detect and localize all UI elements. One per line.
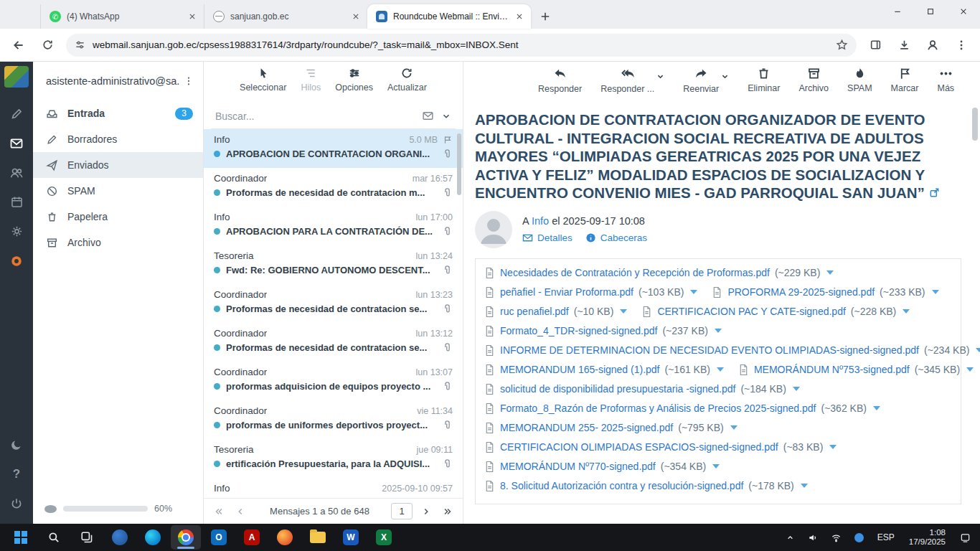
reply-all-dropdown-icon[interactable]: [656, 72, 664, 80]
attachment-menu-caret[interactable]: [932, 290, 939, 294]
attachment-menu-caret[interactable]: [730, 425, 738, 430]
tab-close-icon[interactable]: [350, 11, 362, 22]
folder-spam[interactable]: SPAM: [33, 178, 203, 204]
word-icon[interactable]: W: [336, 525, 366, 550]
select-button[interactable]: Seleccionar: [240, 67, 286, 103]
attachment-link[interactable]: MEMORÁNDUM Nº770-signed.pdf: [500, 461, 656, 472]
dark-mode-moon-icon[interactable]: [0, 430, 33, 459]
excel-icon[interactable]: X: [369, 525, 399, 550]
tab-sanjuan[interactable]: sanjuan.gob.ec: [204, 4, 367, 29]
more-button[interactable]: Más: [937, 67, 954, 103]
spam-button[interactable]: SPAM: [847, 67, 872, 103]
reload-button[interactable]: [37, 35, 57, 55]
flag-icon[interactable]: [443, 135, 453, 145]
start-button[interactable]: [6, 525, 36, 550]
attachment-link[interactable]: MEMORANDUM 255- 2025-signed.pdf: [500, 422, 673, 433]
attachment-menu-caret[interactable]: [976, 348, 980, 352]
attachment-menu-caret[interactable]: [873, 406, 880, 410]
attachment-menu-caret[interactable]: [717, 367, 724, 372]
scrollbar-thumb[interactable]: [457, 133, 461, 195]
search-input[interactable]: [215, 110, 416, 122]
attachment-link[interactable]: peñafiel - Enviar Proforma.pdf: [500, 286, 633, 298]
mail-icon[interactable]: [0, 128, 33, 158]
folder-papelera[interactable]: Papelera: [33, 204, 203, 230]
browser-menu-kebab-icon[interactable]: [951, 35, 971, 55]
side-panel-icon[interactable]: [865, 35, 885, 55]
new-tab-button[interactable]: [535, 6, 555, 27]
attachment-link[interactable]: PROFORMA 29-2025-signed.pdf: [727, 286, 875, 298]
attachment-menu-caret[interactable]: [793, 387, 800, 391]
contacts-icon[interactable]: [0, 158, 33, 187]
last-page-icon[interactable]: [440, 504, 456, 519]
attachment-link[interactable]: Formato_8_Razón de Proformas y Análisis …: [500, 402, 816, 414]
tray-volume-icon[interactable]: [804, 527, 823, 548]
pinned-app-icon[interactable]: [105, 525, 135, 550]
help-icon[interactable]: ?: [0, 459, 33, 489]
message-row[interactable]: Tesoreriajue 09:11 ertificación Presupue…: [204, 439, 463, 478]
tab-close-icon[interactable]: [514, 11, 525, 22]
attachment-menu-caret[interactable]: [801, 484, 808, 488]
forward-button[interactable]: Reenviar: [683, 67, 719, 94]
attachment-link[interactable]: CERTIFICACION OLIMPIADAS ESPACIOS-signed…: [500, 441, 778, 453]
message-row[interactable]: Coordinadorlun 13:23 Proformas de necesi…: [204, 284, 463, 323]
message-row[interactable]: Info 5.0 MB APROBACION DE CONTRATACION O…: [204, 129, 463, 168]
attachment-link[interactable]: MEMORANDUM 165-signed (1).pdf: [500, 364, 660, 375]
message-row[interactable]: Infolun 17:00 APROBACION PARA LA CONTRAT…: [204, 207, 463, 245]
archive-button[interactable]: Archivo: [798, 67, 829, 103]
refresh-button[interactable]: Actualizar: [387, 67, 427, 103]
options-button[interactable]: Opciones: [335, 67, 373, 103]
acrobat-icon[interactable]: A: [237, 525, 267, 550]
attachment-menu-caret[interactable]: [715, 329, 722, 333]
message-row[interactable]: Coordinadorlun 13:12 Proformas de necesi…: [204, 323, 463, 362]
tray-network-icon[interactable]: [827, 527, 846, 548]
task-view-icon[interactable]: [72, 525, 102, 550]
attachment-menu-caret[interactable]: [966, 367, 974, 372]
taskbar-clock[interactable]: 1:08 17/9/2025: [903, 528, 951, 547]
attachment-menu-caret[interactable]: [712, 464, 720, 468]
reply-all-button[interactable]: Responder ...: [600, 67, 654, 94]
downloads-icon[interactable]: [894, 35, 914, 55]
window-minimize-button[interactable]: [881, 0, 914, 23]
logout-power-icon[interactable]: [0, 489, 33, 518]
open-in-new-window-icon[interactable]: [929, 187, 940, 198]
tab-roundcube[interactable]: Roundcube Webmail :: Enviado: [367, 4, 531, 29]
attachment-menu-caret[interactable]: [690, 290, 697, 294]
window-maximize-button[interactable]: [914, 0, 947, 23]
site-settings-icon[interactable]: [75, 39, 85, 50]
attachment-link[interactable]: CERTIFICACION PAC Y CATE-signed.pdf: [657, 306, 845, 317]
threads-button[interactable]: Hilos: [301, 67, 321, 103]
attachment-link[interactable]: MEMORÁNDUM Nº753-signed.pdf: [754, 364, 910, 375]
account-menu-kebab-icon[interactable]: [180, 72, 197, 90]
tray-chevron-up-icon[interactable]: [781, 527, 800, 548]
firefox-icon[interactable]: [270, 525, 300, 550]
url-text[interactable]: webmail.sanjuan.gob.ec/cpsess1988317614/…: [93, 39, 829, 50]
page-number-input[interactable]: [391, 503, 413, 519]
attachment-link[interactable]: 8. Solicitud Autorización contra y resol…: [500, 480, 743, 491]
folder-borradores[interactable]: Borradores: [33, 126, 203, 152]
tray-app-icon[interactable]: [850, 527, 869, 548]
attachment-menu-caret[interactable]: [903, 309, 910, 314]
message-row[interactable]: Info2025-09-10 09:57: [204, 478, 463, 498]
addons-icon[interactable]: [0, 246, 33, 276]
tab-whatsapp[interactable]: ✆ (4) WhatsApp: [40, 4, 204, 29]
reply-button[interactable]: Responder: [538, 67, 582, 103]
search-options-chevron-icon[interactable]: [441, 111, 451, 121]
first-page-icon[interactable]: [211, 504, 227, 519]
message-row[interactable]: Coordinadorlun 13:07 proformas adquisici…: [204, 362, 463, 400]
file-explorer-icon[interactable]: [303, 525, 333, 550]
message-row[interactable]: Coordinadormar 16:57 Proformas de necesi…: [204, 168, 463, 207]
notification-center-icon[interactable]: [956, 527, 974, 548]
calendar-icon[interactable]: [0, 187, 33, 217]
settings-gear-icon[interactable]: [0, 217, 33, 246]
forward-dropdown-icon[interactable]: [721, 72, 729, 80]
compose-icon[interactable]: [0, 99, 33, 128]
attachment-link[interactable]: ruc penafiel.pdf: [500, 306, 569, 317]
back-button[interactable]: [9, 35, 29, 55]
attachment-link[interactable]: solicitud de disponibilidad presupuestar…: [500, 383, 735, 395]
delete-button[interactable]: Eliminar: [748, 67, 780, 103]
attachment-link[interactable]: Necesidades de Contratación y Recepción …: [500, 267, 770, 278]
attachment-link[interactable]: Formato_4_TDR-signed-signed.pdf: [500, 325, 657, 336]
prev-page-icon[interactable]: [232, 504, 248, 519]
edge-icon[interactable]: [138, 525, 168, 550]
scrollbar-thumb[interactable]: [972, 108, 978, 141]
